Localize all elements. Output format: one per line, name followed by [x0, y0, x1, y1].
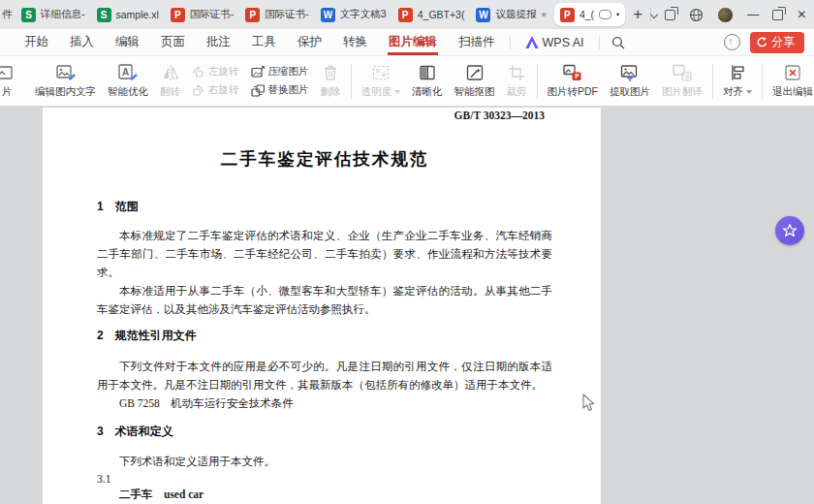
word-file-icon: W — [476, 8, 490, 22]
workspace-switch-icon[interactable] — [665, 10, 675, 20]
cutoff-image-button[interactable]: 片 — [0, 58, 29, 105]
image-to-pdf-icon: P — [562, 63, 583, 82]
menu-image-edit-active[interactable]: 图片编辑 — [378, 29, 448, 56]
divider — [351, 64, 352, 99]
exit-edit-icon — [783, 63, 802, 82]
globe-icon[interactable] — [689, 8, 704, 22]
wps-assistant-button[interactable] — [775, 216, 804, 245]
extract-image-button[interactable]: 提取图片 — [604, 58, 656, 105]
tab-label: 国际证书- — [265, 8, 309, 21]
share-button[interactable]: 分享 — [750, 32, 804, 53]
button-label: 压缩图片 — [268, 65, 309, 79]
document-page[interactable]: GB/T 30323—2013 二手车鉴定评估技术规范 1 范围 本标准规定了二… — [43, 108, 601, 504]
tab-label: 文字文稿3 — [340, 8, 387, 21]
compress-image-button[interactable]: 压缩图片 — [251, 65, 309, 79]
crop-icon — [507, 63, 526, 82]
mouse-cursor — [582, 394, 596, 413]
rotate-left-icon — [192, 66, 204, 79]
menu-comment[interactable]: 批注 — [196, 29, 241, 56]
tab-agenda[interactable]: W 议题提报 ● — [470, 0, 551, 29]
tab-certificate-2[interactable]: P 国际证书- — [239, 0, 315, 29]
tab-label: 详细信息- — [41, 8, 85, 21]
close-button[interactable]: ✕ — [797, 9, 806, 20]
button-label: 替换图片 — [268, 83, 309, 97]
exit-edit-button[interactable]: 退出编辑 — [767, 58, 814, 105]
menu-protect[interactable]: 保护 — [287, 29, 332, 56]
document-content: GB/T 30323—2013 二手车鉴定评估技术规范 1 范围 本标准规定了二… — [97, 110, 552, 504]
browser-tab-bar: 件 S 详细信息- S sample.xl P 国际证书- P 国际证书- W … — [0, 0, 814, 29]
image-translate-icon: 译 — [672, 63, 693, 82]
menu-convert[interactable]: 转换 — [332, 29, 378, 56]
tab-label: sample.xl — [116, 9, 159, 20]
cloud-upload-icon[interactable] — [724, 34, 740, 50]
letter-a-edit-icon: A — [117, 63, 139, 82]
divider — [599, 36, 600, 49]
ppt-file-icon: P — [560, 8, 575, 22]
ribbon-menu-bar: 开始 插入 编辑 页面 批注 工具 保护 转换 图片编辑 扫描件 WPS AI … — [0, 29, 814, 56]
smart-optimize-button[interactable]: A 智能优化 — [102, 58, 154, 105]
paragraph: 本标准适用于从事二手车（小、微型客车和大型轿车）鉴定评估的活动。从事其他二手车鉴… — [97, 282, 552, 319]
svg-text:译: 译 — [684, 73, 690, 79]
tab-certificate-1[interactable]: P 国际证书- — [165, 0, 240, 29]
button-label: 清晰化 — [412, 85, 443, 99]
menu-wps-ai[interactable]: WPS AI — [515, 29, 595, 56]
menu-tools[interactable]: 工具 — [241, 29, 287, 56]
extract-image-icon — [619, 63, 641, 82]
divider — [712, 64, 713, 99]
svg-text:P: P — [575, 73, 579, 79]
clause-number: 3.1 — [97, 471, 552, 487]
tab-active-document[interactable]: P 4_( • — [554, 3, 625, 26]
delete-button: 删除 — [315, 58, 347, 105]
dropdown-arrow-icon — [394, 90, 400, 94]
search-icon[interactable] — [611, 36, 625, 49]
sharpen-button[interactable]: 清晰化 — [406, 58, 449, 105]
tab-sample[interactable]: S sample.xl — [91, 0, 165, 29]
image-to-pdf-button[interactable]: P 图片转PDF — [542, 58, 605, 105]
menu-edit[interactable]: 编辑 — [105, 29, 150, 56]
ppt-file-icon: P — [398, 8, 413, 22]
tab-gbt[interactable]: P 4_GBT+3( — [392, 0, 471, 29]
smart-cutout-button[interactable]: 智能抠图 — [449, 58, 501, 105]
document-title: 二手车鉴定评估技术规范 — [97, 147, 552, 171]
button-label: 左旋转 — [208, 65, 239, 79]
ppt-file-icon: P — [245, 8, 260, 22]
excel-file-icon: S — [97, 8, 111, 22]
edit-text-in-image-button[interactable]: 编辑图内文字 — [29, 58, 102, 105]
new-tab-button[interactable]: + — [627, 5, 648, 24]
flip-icon — [161, 63, 180, 82]
user-avatar[interactable] — [717, 7, 734, 23]
menu-start[interactable]: 开始 — [14, 29, 59, 56]
image-icon — [0, 63, 19, 82]
transparency-button: 透明度 — [356, 58, 407, 105]
tab-details[interactable]: S 详细信息- — [16, 0, 91, 29]
divider — [537, 64, 538, 99]
button-label: 编辑图内文字 — [35, 85, 96, 99]
align-button[interactable]: 对齐 — [717, 58, 758, 105]
tab-label: 议题提报 — [495, 8, 536, 21]
ppt-file-icon: P — [171, 8, 185, 22]
section-heading-2: 2 规范性引用文件 — [97, 328, 552, 344]
button-label: 图片翻译 — [662, 85, 703, 99]
tab-text-doc3[interactable]: W 文字文稿3 — [315, 0, 392, 29]
comment-bubble-icon — [599, 10, 611, 19]
tab-partial[interactable]: 件 — [0, 0, 16, 29]
tab-label: 4_( — [579, 9, 594, 20]
unsaved-dot-icon: • — [616, 10, 619, 19]
button-label-row: 透明度 — [361, 85, 401, 99]
svg-text:A: A — [122, 67, 129, 78]
button-label: 图片转PDF — [548, 85, 599, 99]
share-label: 分享 — [771, 34, 795, 50]
maximize-button[interactable] — [772, 10, 783, 20]
magic-wand-icon — [465, 63, 485, 82]
replace-image-button[interactable]: 替换图片 — [251, 83, 309, 97]
excel-file-icon: S — [21, 8, 36, 22]
image-file-group: 压缩图片 替换图片 — [245, 58, 315, 105]
wps-ai-label: WPS AI — [543, 36, 584, 49]
paragraph: 下列术语和定义适用于本文件。 — [97, 453, 552, 471]
menu-page[interactable]: 页面 — [150, 29, 196, 56]
menu-insert[interactable]: 插入 — [59, 29, 105, 56]
button-label: 智能抠图 — [454, 85, 495, 99]
minimize-button[interactable]: — — [747, 9, 759, 20]
replace-image-icon — [251, 84, 265, 97]
menu-scan[interactable]: 扫描件 — [448, 29, 506, 56]
